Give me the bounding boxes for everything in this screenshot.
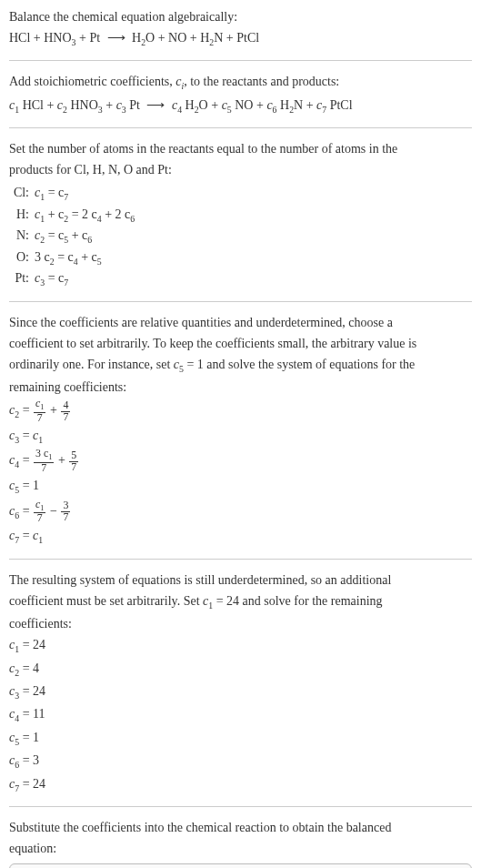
result-list: c1 = 24 c2 = 4 c3 = 24 c4 = 11 c5 = 1 c6… [9, 635, 472, 795]
text: = 11 [19, 707, 45, 721]
fraction: 57 [69, 450, 78, 473]
fraction: 47 [61, 400, 70, 423]
text: = c [45, 186, 64, 199]
atom-row-pt: Pt: c3 = c7 [9, 268, 472, 289]
arrow-icon: ⟶ [107, 28, 125, 47]
text: = 24 [19, 684, 45, 698]
text: 3 c [35, 447, 48, 459]
text: 7 [34, 413, 45, 424]
atom-equations: Cl: c1 = c7 H: c1 + c2 = 2 c4 + 2 c6 N: … [9, 183, 472, 289]
text: = [19, 429, 33, 442]
text: = 24 and solve for the remaining [213, 594, 382, 608]
step1-title: Add stoichiometric coefficients, ci, to … [9, 72, 472, 93]
step4-p2: coefficient must be set arbitrarily. Set… [9, 591, 472, 612]
intro-section: Balance the chemical equation algebraica… [9, 7, 472, 49]
text: + [46, 403, 60, 417]
text: H [182, 98, 195, 112]
coeff-c7: c7 = c1 [9, 526, 472, 547]
text: + c [78, 250, 97, 264]
step3-p4: remaining coefficients: [9, 378, 472, 397]
result-c5: c5 = 1 [9, 728, 472, 749]
result-c1: c1 = 24 [9, 635, 472, 656]
text: HNO [67, 98, 98, 112]
step3-p3: ordinarily one. For instance, set c5 = 1… [9, 355, 472, 376]
coeff-c3: c3 = c1 [9, 426, 472, 447]
atom-label: H: [9, 205, 35, 226]
subscript: 7 [64, 278, 68, 288]
eq-text: HCl + HNO [9, 31, 72, 45]
text: H [277, 98, 290, 112]
step1-equation: c1 HCl + c2 HNO3 + c3 Pt ⟶ c4 H2O + c5 N… [9, 96, 472, 116]
atom-label: Pt: [9, 268, 35, 289]
text: , to the reactants and products: [184, 75, 339, 88]
text: = 1 [19, 731, 39, 744]
text: 7 [61, 512, 70, 523]
text: = [19, 529, 33, 542]
eq-text: H [129, 31, 142, 45]
text: Pt [126, 98, 144, 112]
subscript: 1 [38, 535, 43, 545]
result-c6: c6 = 3 [9, 751, 472, 772]
atom-label: O: [9, 247, 35, 268]
intro-title: Balance the chemical equation algebraica… [9, 7, 472, 26]
step2-title-line1: Set the number of atoms in the reactants… [9, 139, 472, 158]
subscript: 7 [64, 192, 68, 202]
atom-row-o: O: 3 c2 = c4 + c5 [9, 247, 472, 268]
atom-equation: c1 + c2 = 2 c4 + 2 c6 [35, 205, 472, 226]
text: 7 [34, 513, 45, 524]
step4-p3: coefficients: [9, 614, 472, 633]
subscript: 1 [38, 435, 43, 445]
text: = [19, 453, 33, 467]
text: 3 c [35, 250, 50, 264]
step5-p1: Substitute the coefficients into the che… [9, 818, 472, 837]
atom-equation: c1 = c7 [35, 183, 472, 204]
answer-box: Answer: 24 HCl + 4 HNO3 + 24 Pt ⟶ 11 H2O… [9, 863, 472, 868]
eq-text: N + PtCl [214, 31, 259, 45]
atom-equation: c2 = c5 + c6 [35, 226, 472, 247]
text: NO + [232, 98, 267, 112]
text: 7 [61, 412, 70, 423]
text: + c [45, 207, 64, 221]
text: = [19, 504, 33, 518]
subscript: 6 [87, 235, 92, 245]
text: O + [199, 98, 222, 112]
step4-p1: The resulting system of equations is sti… [9, 570, 472, 590]
step3-p1: Since the coefficients are relative quan… [9, 313, 472, 332]
subscript: 6 [130, 214, 135, 224]
text: coefficient must be set arbitrarily. Set [9, 594, 203, 608]
divider [9, 806, 472, 807]
step3-section: Since the coefficients are relative quan… [9, 313, 472, 548]
text: = [19, 403, 33, 417]
subscript: 5 [97, 257, 102, 267]
text: + c [68, 228, 87, 242]
text: Add stoichiometric coefficients, [9, 75, 175, 88]
text: − [46, 504, 60, 518]
step4-section: The resulting system of equations is sti… [9, 570, 472, 796]
text: + 2 c [102, 207, 131, 221]
atom-equation: c3 = c7 [35, 268, 472, 289]
intro-equation: HCl + HNO3 + Pt ⟶ H2O + NO + H2N + PtCl [9, 28, 472, 49]
text: = c [45, 228, 64, 242]
text: + [103, 98, 116, 112]
fraction: c17 [34, 500, 45, 525]
coeff-c5: c5 = 1 [9, 476, 472, 497]
text: 7 [34, 463, 54, 474]
coeff-c2: c2 = c17 + 47 [9, 399, 472, 424]
text: PtCl [326, 98, 352, 112]
coeff-list: c2 = c17 + 47 c3 = c1 c4 = 3 c17 + 57 c5… [9, 399, 472, 547]
arrow-icon: ⟶ [146, 96, 165, 115]
text: ordinarily one. For instance, set [9, 358, 174, 371]
result-c4: c4 = 11 [9, 704, 472, 725]
divider [9, 60, 472, 61]
divider [9, 127, 472, 128]
text: = c [45, 271, 64, 285]
atom-label: N: [9, 226, 35, 247]
text: = 24 [19, 638, 45, 651]
text: = 2 c [68, 207, 97, 221]
step1-section: Add stoichiometric coefficients, ci, to … [9, 72, 472, 116]
text: + [55, 453, 68, 467]
text: 7 [69, 462, 78, 473]
result-c3: c3 = 24 [9, 681, 472, 702]
fraction: c17 [34, 399, 45, 424]
text: = 4 [19, 661, 39, 675]
